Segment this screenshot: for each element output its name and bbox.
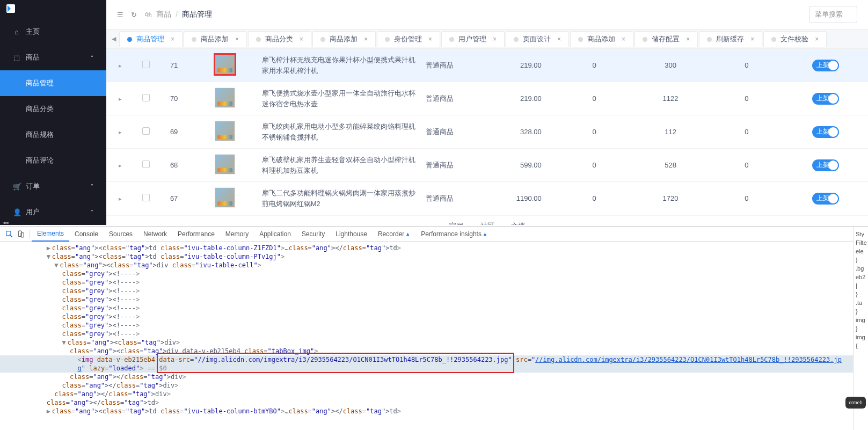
checkbox[interactable] [142, 94, 150, 101]
cell-sold: 0 [558, 82, 631, 115]
close-icon[interactable]: × [686, 35, 690, 43]
table-row[interactable]: ▸68摩飞破壁机家用养生壶轻音双杯全自动小型榨汁机料理机加热豆浆机普通商品599… [106, 149, 868, 182]
cell-virtual: 0 [710, 115, 784, 149]
status-switch[interactable]: 上架 [812, 60, 839, 71]
product-name: 摩飞绞肉机家用电动小型多功能碎菜绞肉馅料理机不锈钢辅食搅拌机 [262, 121, 419, 142]
collapse-icon[interactable]: ☰ [117, 11, 123, 19]
tab-5[interactable]: 用户管理× [441, 31, 505, 47]
checkbox[interactable] [142, 194, 150, 201]
tab-label: 页面设计 [523, 34, 551, 44]
cell-stock: 528 [631, 149, 710, 182]
sidebar-item-4[interactable]: 商品规格 [0, 122, 106, 148]
cell-virtual: 0 [710, 149, 784, 182]
status-switch[interactable]: 上架 [812, 193, 839, 205]
status-switch[interactable]: 上架 [812, 93, 839, 105]
devtools-overflow-icon[interactable]: ⋯ [3, 217, 10, 225]
tab-6[interactable]: 页面设计× [506, 31, 569, 47]
cell-type: 普通商品 [422, 182, 479, 215]
status-switch[interactable]: 上架 [812, 159, 839, 171]
logo [0, 0, 106, 19]
close-icon[interactable]: × [235, 35, 239, 43]
expand-icon[interactable]: ▸ [119, 62, 122, 69]
home-icon: ⌂ [13, 28, 20, 36]
cell-stock: 1122 [631, 82, 710, 115]
cell-thumb [191, 82, 259, 115]
close-icon[interactable]: × [557, 35, 561, 43]
search-input[interactable]: 菜单搜索 [809, 6, 857, 23]
close-icon[interactable]: × [428, 35, 432, 43]
product-thumbnail[interactable] [215, 154, 235, 174]
checkbox[interactable] [142, 61, 150, 68]
close-icon[interactable]: × [815, 35, 819, 43]
sidebar-item-label: 商品分类 [26, 104, 54, 114]
cell-expand: ▸ [106, 49, 135, 82]
chevron-down-icon: ˅ [91, 209, 93, 215]
close-icon[interactable]: × [171, 35, 174, 43]
footer-link-docs[interactable]: 文档 [511, 222, 525, 225]
cell-sold: 0 [558, 49, 631, 82]
close-icon[interactable]: × [622, 35, 625, 43]
tab-label: 商品添加 [330, 34, 358, 44]
product-thumbnail[interactable] [215, 187, 235, 208]
cell-virtual: 0 [710, 49, 784, 82]
cell-type: 普通商品 [422, 115, 479, 149]
table-row[interactable]: ▸71摩飞榨汁杯无线充电迷你果汁杯小型便携式果汁机家用水果机榨汁机普通商品219… [106, 49, 868, 82]
sidebar-item-6[interactable]: 🛒订单˅ [0, 173, 106, 199]
order-icon: 🛒 [13, 183, 20, 191]
expand-icon[interactable]: ▸ [119, 96, 122, 102]
cell-thumb [191, 49, 259, 82]
sidebar-item-5[interactable]: 商品评论 [0, 148, 106, 173]
cell-check [135, 49, 157, 82]
tab-label: 刷新缓存 [716, 34, 744, 44]
footer-link-community[interactable]: 社区 [480, 222, 494, 225]
cell-price: 219.00 [479, 49, 558, 82]
table-row[interactable]: ▸69摩飞绞肉机家用电动小型多功能碎菜绞肉馅料理机不锈钢辅食搅拌机普通商品328… [106, 115, 868, 149]
sidebar-item-label: 用户 [26, 207, 40, 217]
cell-sold: 0 [558, 115, 631, 149]
cell-type: 普通商品 [422, 149, 479, 182]
expand-icon[interactable]: ▸ [119, 162, 122, 169]
tab-dot-icon [192, 37, 196, 42]
close-icon[interactable]: × [300, 35, 303, 43]
product-thumbnail[interactable] [215, 88, 235, 108]
expand-icon[interactable]: ▸ [119, 195, 122, 202]
refresh-icon[interactable]: ↻ [131, 11, 137, 19]
tab-9[interactable]: 刷新缓存× [699, 31, 762, 47]
table-row[interactable]: ▸67摩飞二代多功能料理锅火锅烤肉涮一体家用蒸煮炒煎电烤锅网红锅M2普通商品11… [106, 182, 868, 215]
checkbox[interactable] [142, 161, 150, 168]
checkbox[interactable] [142, 127, 150, 135]
cell-virtual: 0 [710, 82, 784, 115]
sidebar-item-1[interactable]: ⬚商品˄ [0, 45, 106, 70]
cell-expand: ▸ [106, 149, 135, 182]
sidebar-item-2[interactable]: 商品管理 [0, 70, 106, 96]
sidebar-item-label: 商品规格 [26, 130, 54, 140]
product-thumbnail[interactable] [215, 121, 235, 141]
tab-2[interactable]: 商品分类× [248, 31, 311, 47]
close-icon[interactable]: × [493, 35, 497, 43]
sidebar-item-label: 商品 [26, 53, 40, 62]
cell-expand: ▸ [106, 82, 135, 115]
breadcrumb-current: 商品管理 [182, 10, 212, 19]
tab-0[interactable]: 商品管理× [119, 31, 183, 47]
tab-8[interactable]: 储存配置× [634, 31, 698, 47]
footer-link-site[interactable]: 官网 [449, 222, 463, 225]
close-icon[interactable]: × [750, 35, 754, 43]
close-icon[interactable]: × [364, 35, 368, 43]
tab-1[interactable]: 商品添加× [184, 31, 247, 47]
sidebar-item-3[interactable]: 商品分类 [0, 96, 106, 122]
sidebar-item-0[interactable]: ⌂主页 [0, 19, 106, 45]
tabs-scroll-left[interactable]: ◀ [108, 35, 119, 42]
tab-3[interactable]: 商品添加× [312, 31, 376, 47]
product-thumbnail[interactable] [215, 54, 235, 75]
cell-expand: ▸ [106, 115, 135, 149]
cell-check [135, 82, 157, 115]
status-switch[interactable]: 上架 [812, 126, 839, 138]
table-row[interactable]: ▸70摩飞便携式烧水壶小型家用一体全自动旅行电水杯迷你宿舍电热水壶普通商品219… [106, 82, 868, 115]
breadcrumb-root[interactable]: 商品 [156, 10, 171, 19]
tab-10[interactable]: 文件校验× [763, 31, 827, 47]
cell-switch: 上架 [783, 49, 868, 82]
tab-7[interactable]: 商品添加× [570, 31, 633, 47]
expand-icon[interactable]: ▸ [119, 129, 122, 135]
sidebar-item-7[interactable]: 👤用户˅ [0, 199, 106, 225]
tab-4[interactable]: 身份管理× [377, 31, 440, 47]
